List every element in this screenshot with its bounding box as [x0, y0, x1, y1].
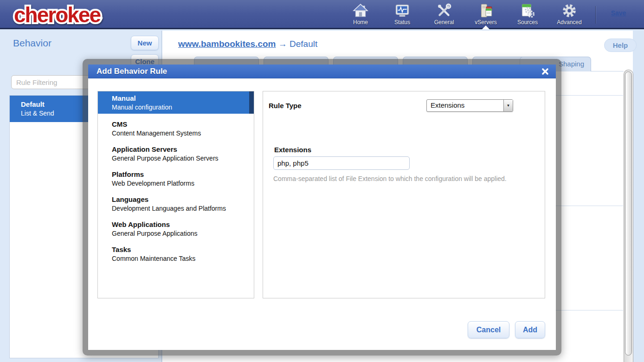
- cancel-button[interactable]: Cancel: [468, 321, 509, 338]
- window-gears-icon: [520, 3, 535, 19]
- category-subtitle: Manual configuration: [112, 103, 249, 112]
- cherokee-logo: cherokee: [10, 3, 133, 30]
- category-title: Platforms: [112, 169, 254, 179]
- category-cms[interactable]: CMS Content Management Systems: [98, 117, 254, 140]
- modal-overlay-frame: Add Behavior Rule Manual Manual configur…: [83, 59, 561, 356]
- modal-title: Add Behavior Rule: [97, 67, 167, 76]
- category-title: CMS: [112, 119, 254, 129]
- help-button[interactable]: Help: [604, 39, 637, 52]
- active-section-indicator: [482, 26, 489, 29]
- main-nav: Home Status General: [340, 3, 590, 28]
- nav-label: Advanced: [557, 19, 581, 26]
- modal-header: Add Behavior Rule: [88, 65, 556, 78]
- breadcrumb: www.bambookites.com → Default: [178, 39, 317, 49]
- scrollbar-thumb[interactable]: [625, 71, 632, 356]
- rule-form-panel: Rule Type Extensions ▼ Extensions Comma-…: [263, 91, 545, 298]
- rule-type-label: Rule Type: [269, 102, 302, 110]
- nav-label: Status: [394, 19, 410, 26]
- house-icon: [353, 3, 368, 19]
- category-web-applications[interactable]: Web Applications General Purpose Applica…: [98, 218, 254, 240]
- nav-label: Sources: [517, 19, 538, 26]
- category-tasks[interactable]: Tasks Common Maintenance Tasks: [98, 243, 254, 265]
- vserver-link[interactable]: www.bambookites.com: [178, 39, 276, 49]
- category-title: Manual: [112, 93, 249, 103]
- breadcrumb-arrow: →: [278, 39, 287, 49]
- sidebar-title: Behavior: [13, 38, 52, 49]
- nav-divider: [595, 6, 596, 24]
- category-title: Web Applications: [112, 220, 254, 229]
- category-subtitle: General Purpose Applications: [112, 229, 254, 238]
- nav-item-vservers[interactable]: vServers: [465, 3, 507, 28]
- top-nav-bar: cherokee Home Status: [0, 0, 644, 29]
- tools-icon: [436, 3, 452, 19]
- add-behavior-rule-dialog: Add Behavior Rule Manual Manual configur…: [88, 65, 556, 350]
- extensions-help-text: Comma-separated list of File Extension t…: [273, 175, 533, 182]
- nav-label: Home: [353, 19, 368, 26]
- rule-type-selected-value: Extensions: [427, 100, 503, 111]
- category-title: Languages: [112, 194, 254, 204]
- chevron-down-icon: ▼: [503, 100, 513, 111]
- nav-label: General: [434, 19, 454, 26]
- tab-baseline: [591, 71, 624, 71]
- category-title: Application Servers: [112, 144, 254, 154]
- nav-item-status[interactable]: Status: [381, 3, 423, 28]
- nav-item-general[interactable]: General: [423, 3, 465, 28]
- category-manual[interactable]: Manual Manual configuration: [98, 91, 254, 114]
- server-stack-icon: [478, 3, 494, 19]
- monitor-pulse-icon: [394, 3, 410, 19]
- category-languages[interactable]: Languages Development Languages and Plat…: [98, 193, 254, 215]
- breadcrumb-page: Default: [290, 39, 317, 49]
- category-title: Tasks: [112, 245, 254, 254]
- logo-text: cherokee: [14, 3, 101, 27]
- category-platforms[interactable]: Platforms Web Development Platforms: [98, 168, 254, 190]
- app-window: cherokee Home Status: [0, 0, 644, 362]
- category-subtitle: General Purpose Application Servers: [112, 154, 254, 163]
- nav-item-advanced[interactable]: Advanced: [548, 3, 590, 28]
- close-icon[interactable]: [541, 67, 549, 76]
- rule-category-list: Manual Manual configuration CMS Content …: [97, 91, 254, 298]
- nav-label: vServers: [475, 19, 496, 26]
- new-rule-button[interactable]: New: [131, 36, 159, 50]
- nav-item-home[interactable]: Home: [340, 3, 381, 28]
- gear-icon: [561, 3, 577, 19]
- category-application-servers[interactable]: Application Servers General Purpose Appl…: [98, 142, 254, 165]
- vertical-scrollbar[interactable]: [624, 70, 633, 362]
- add-button[interactable]: Add: [515, 321, 545, 338]
- category-subtitle: Web Development Platforms: [112, 179, 254, 188]
- category-subtitle: Development Languages and Platforms: [112, 204, 254, 213]
- category-subtitle: Common Maintenance Tasks: [112, 254, 254, 263]
- extensions-label: Extensions: [274, 146, 311, 154]
- extensions-input[interactable]: [273, 156, 410, 170]
- category-subtitle: Content Management Systems: [112, 129, 254, 138]
- save-link[interactable]: Save: [605, 9, 632, 17]
- nav-item-sources[interactable]: Sources: [507, 3, 548, 28]
- rule-type-select[interactable]: Extensions ▼: [426, 99, 513, 112]
